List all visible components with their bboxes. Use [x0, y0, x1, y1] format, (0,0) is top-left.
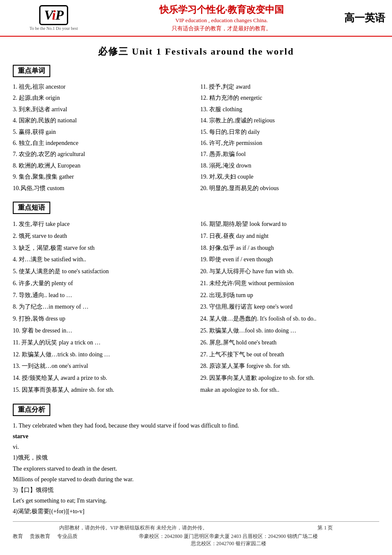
- phrase-item: 20. 与某人玩得开心 have fun with sb.: [200, 266, 379, 278]
- vocab-item: 18. 溺死,淹没 drown: [200, 160, 379, 171]
- phrase-grid: 1. 发生,举行 take place2. 饿死 starve to death…: [13, 218, 379, 396]
- phrase-item: 6. 许多,大量的 plenty of: [13, 278, 192, 289]
- header: ViP To be the No.1 Do your best 快乐学习个性化·…: [0, 0, 392, 37]
- phrase-item: 28. 原谅某人某事 forgive sb. for sth.: [200, 360, 379, 372]
- vocab-item: 17. 愚弄,欺骗 fool: [200, 149, 379, 160]
- analysis-intro: 1. They celebrated when they had food, b…: [13, 420, 379, 431]
- phrase-item: 2. 饿死 starve to death: [13, 230, 192, 242]
- analysis-meaning1: 1)饿死，挨饿: [13, 452, 379, 463]
- phrase-item: 23. 守信用,履行诺言 keep one's word: [200, 301, 379, 313]
- phrase-item: 21. 未经允许/同意 without permission: [200, 278, 379, 289]
- vocab-item: 2. 起源,由来 origin: [13, 92, 192, 104]
- footer-address2: 思北校区：2042700 银行家园二楼: [78, 540, 379, 547]
- footer-left: 教育 贵族教育 专业品质: [13, 533, 78, 547]
- phrase-item: 9. 打扮,装饰 dress up: [13, 313, 192, 325]
- vocab-item: 15. 每日的,日常的 daily: [200, 127, 379, 138]
- phrase-item: 14. 授/颁奖给某人 award a prize to sb.: [13, 372, 192, 384]
- phrase-item: 27. 上气不接下气 be out of breath: [200, 349, 379, 361]
- analysis-header: 重点分析: [13, 404, 50, 416]
- vocab-item: 16. 许可,允许 permission: [200, 138, 379, 149]
- phrase-item: 8. 为了纪念…in memory of …: [13, 301, 192, 313]
- phrase-item: 1. 发生,举行 take place: [13, 218, 192, 230]
- vocab-item: 9. 集合,聚集,搜集 gather: [13, 171, 192, 182]
- footer-bottom: 教育 贵族教育 专业品质 帝豪校区：2042800 厦门思明区帝豪大厦 2403…: [13, 533, 379, 547]
- footer-top: 内部教材，请勿外传。VIP 教研组版权所有 未经允许，请勿外传。 第 1 页: [13, 524, 379, 532]
- vocab-item: 10.风俗,习惯 custom: [13, 183, 192, 194]
- phrase-item: 4. 对…满意 be satisfied with..: [13, 254, 192, 266]
- analysis-pos: vi.: [13, 442, 379, 452]
- vocab-header: 重点单词: [13, 65, 50, 77]
- phrase-item: 18. 好像,似乎 as if / as though: [200, 242, 379, 254]
- phrase-item: 29. 因某事向某人道歉 apologize to sb. for sth.: [200, 372, 379, 384]
- phrase-item: 7. 导致,通向.. lead to …: [13, 289, 192, 301]
- analysis-example2: Millions of people starved to death duri…: [13, 474, 379, 485]
- header-grade: 高一英语: [343, 11, 385, 25]
- phrase-item: 5. 使某人满意的是 to one's satisfaction: [13, 266, 192, 278]
- phrase-item: 3. 缺乏，渴望,极需 starve for sth: [13, 242, 192, 254]
- header-title-en: VIP education , education changes China.: [101, 17, 343, 24]
- footer-copyright: 内部教材，请勿外传。VIP 教研组版权所有 未经允许，请勿外传。: [59, 525, 208, 531]
- phrase-item: 19. 即使 even if / even though: [200, 254, 379, 266]
- phrase-item: 12. 欺骗某人做…trick sb. into doing …: [13, 349, 192, 361]
- analysis-meaning3: 4)渴望;极需要[(+for)][+to-v]: [13, 506, 379, 517]
- phrase-item: 15. 因某事而羡慕某人 admire sb. for sth.: [13, 384, 192, 396]
- vocab-item: 4. 国家的,民族的 national: [13, 115, 192, 126]
- phrase-right-col: 16. 期望,期待,盼望 look forward to17. 日夜,昼夜 da…: [200, 218, 379, 396]
- vocab-item: 1. 祖先,祖宗 ancestor: [13, 81, 192, 92]
- phrase-item: 22. 出现,到场 turn up: [200, 289, 379, 301]
- phrase-item: 25. 欺骗某人做…fool sb. into doing …: [200, 325, 379, 337]
- vocab-item: 20. 明显的,显而易见的 obvious: [200, 183, 379, 194]
- analysis-section: 重点分析 1. They celebrated when they had fo…: [13, 404, 379, 517]
- header-slogan: 只有适合孩子的教育，才是最好的教育。: [101, 25, 343, 32]
- vocab-item: 19. 对,双,夫妇 couple: [200, 171, 379, 182]
- vocab-item: 6. 独立,自主 independence: [13, 138, 192, 149]
- phrase-header: 重点短语: [13, 202, 50, 214]
- footer-item-2: 专业品质: [57, 533, 78, 547]
- phrase-item: 24. 某人做…是愚蠢的. It's foolish of sb. to do.…: [200, 313, 379, 325]
- vocab-item: 3. 到来,到达者 arrival: [13, 104, 192, 115]
- vocab-grid: 1. 祖先,祖宗 ancestor2. 起源,由来 origin3. 到来,到达…: [13, 81, 379, 194]
- vocab-item: 7. 农业的,农艺的 agricultural: [13, 149, 192, 160]
- phrase-item: 13. 一到达就…on one's arrival: [13, 360, 192, 372]
- vocab-section: 重点单词 1. 祖先,祖宗 ancestor2. 起源,由来 origin3. …: [13, 65, 379, 194]
- vocab-item: 13. 衣服 clothing: [200, 104, 379, 115]
- footer-page: 第 1 页: [317, 525, 333, 531]
- footer-address1: 帝豪校区：2042800 厦门思明区帝豪大厦 2403 吕厝校区：2042900…: [78, 533, 379, 540]
- vocab-item: 14. 宗教上的,虔诚的 religious: [200, 115, 379, 126]
- logo-area: ViP To be the No.1 Do your best: [7, 5, 101, 31]
- phrase-item: 17. 日夜,昼夜 day and night: [200, 230, 379, 242]
- phrase-item: 26. 屏息,屏气 hold one's breath: [200, 337, 379, 349]
- page-title: 必修三 Unit 1 Festivals around the world: [0, 45, 392, 58]
- phrase-item: make an apologize to sb. for sth..: [200, 384, 379, 396]
- phrase-left-col: 1. 发生,举行 take place2. 饿死 starve to death…: [13, 218, 192, 396]
- phrase-item: 16. 期望,期待,盼望 look forward to: [200, 218, 379, 230]
- vocab-left-col: 1. 祖先,祖宗 ancestor2. 起源,由来 origin3. 到来,到达…: [13, 81, 192, 194]
- analysis-example1: The explorers starved to death in the de…: [13, 463, 379, 474]
- footer-item-1: 贵族教育: [30, 533, 50, 547]
- header-center: 快乐学习个性化·教育改变中国 VIP education , education…: [101, 3, 343, 32]
- phrase-item: 11. 开某人的玩笑 play a trick on …: [13, 337, 192, 349]
- vocab-item: 5. 赢得,获得 gain: [13, 127, 192, 138]
- logo-vip: ViP: [39, 5, 68, 25]
- phrase-section: 重点短语 1. 发生,举行 take place2. 饿死 starve to …: [13, 202, 379, 396]
- footer-item-0: 教育: [13, 533, 23, 547]
- analysis-content: 1. They celebrated when they had food, b…: [13, 420, 379, 517]
- vocab-item: 11. 授予,判定 award: [200, 81, 379, 92]
- footer-addresses: 帝豪校区：2042800 厦门思明区帝豪大厦 2403 吕厝校区：2042900…: [78, 533, 379, 547]
- analysis-meaning2: 3)【口】饿得慌: [13, 485, 379, 495]
- analysis-example3: Let's get something to eat; I'm starving…: [13, 495, 379, 506]
- footer: 内部教材，请勿外传。VIP 教研组版权所有 未经允许，请勿外传。 第 1 页 教…: [13, 521, 379, 547]
- logo-subtitle: To be the No.1 Do your best: [29, 26, 78, 31]
- header-title-cn: 快乐学习个性化·教育改变中国: [101, 3, 343, 16]
- analysis-word: starve: [13, 433, 29, 439]
- vocab-item: 8. 欧洲的,欧洲人 European: [13, 160, 192, 171]
- vocab-item: 12. 精力充沛的 energetic: [200, 92, 379, 104]
- phrase-item: 10. 穿着 be dressed in…: [13, 325, 192, 337]
- vocab-right-col: 11. 授予,判定 award12. 精力充沛的 energetic13. 衣服…: [200, 81, 379, 194]
